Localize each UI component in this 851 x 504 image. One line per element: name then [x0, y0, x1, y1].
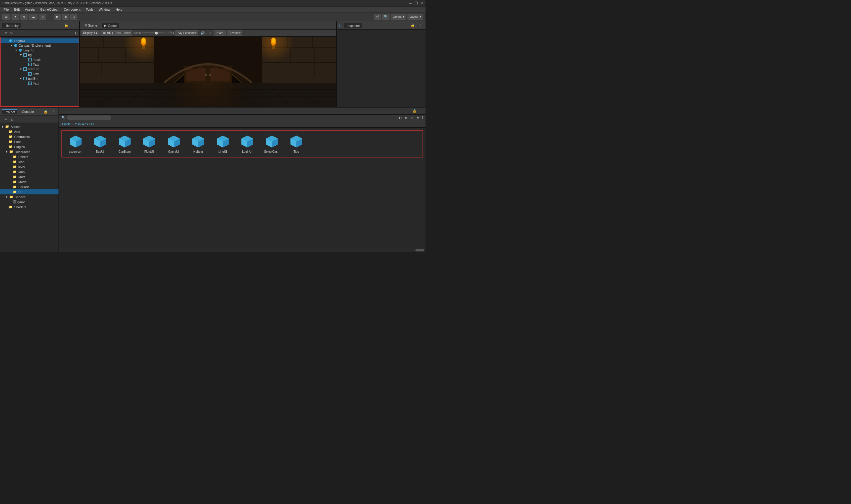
assets-more-icon[interactable]: ⋮: [419, 109, 424, 113]
hierarchy-expand-icon[interactable]: ◧: [74, 31, 77, 35]
breadcrumb-resources[interactable]: Resources: [74, 123, 88, 126]
folder-controllers[interactable]: ▶ 📁 Controllers: [0, 134, 58, 139]
layout-dropdown[interactable]: Layout ▾: [408, 14, 423, 20]
play-button[interactable]: ▶: [54, 14, 61, 20]
folder-resources[interactable]: ▼ 📁 Resources: [0, 149, 58, 154]
account-button[interactable]: ⊕: [20, 14, 28, 20]
inspector-tab[interactable]: Inspector: [344, 23, 362, 28]
search-button[interactable]: 🔍: [382, 14, 390, 20]
assets-lock-icon[interactable]: 🔒: [412, 109, 418, 113]
aspect-ratio-button[interactable]: ⊡: [207, 31, 213, 35]
folder-icon[interactable]: ▶ 📁 Icon: [0, 159, 58, 164]
folder-game-scene[interactable]: ▶ 🎬 game: [0, 199, 58, 204]
inspector-menu-icon[interactable]: ⋮: [417, 23, 423, 28]
scrollbar-thumb[interactable]: [415, 249, 424, 251]
scale-thumb: [155, 32, 158, 35]
menu-edit[interactable]: Edit: [12, 7, 22, 12]
project-add-button[interactable]: +▾: [2, 117, 8, 122]
tree-item-text1[interactable]: T Text: [1, 62, 78, 67]
asset-LoginUI[interactable]: LoginUI: [236, 133, 258, 155]
pause-button[interactable]: ⏸: [62, 14, 69, 20]
asset-LineUI[interactable]: LineUI: [212, 133, 234, 155]
tree-item-mask[interactable]: mask: [1, 57, 78, 62]
folder-model[interactable]: ▶ 📁 Model: [0, 179, 58, 184]
menu-assets[interactable]: Assets: [23, 7, 37, 12]
folder-level[interactable]: ▶ 📁 level: [0, 164, 58, 169]
game-menu-icon[interactable]: ⋮: [328, 23, 334, 28]
scene-tab[interactable]: ⊞ Scene: [82, 23, 99, 28]
menu-help[interactable]: Help: [113, 7, 125, 12]
menu-window[interactable]: Window: [96, 7, 113, 12]
tree-item-text3[interactable]: T Text: [1, 81, 78, 86]
folder-effects[interactable]: ▶ 📁 Effects: [0, 154, 58, 159]
hierarchy-lock-icon[interactable]: 🔒: [63, 23, 70, 28]
scale-track[interactable]: [142, 33, 165, 33]
folder-map[interactable]: ▶ 📁 Map: [0, 169, 58, 174]
asset-actionIcon[interactable]: actionIcon: [65, 133, 87, 155]
project-tab[interactable]: Project: [2, 109, 17, 114]
tree-item-canvas[interactable]: ▼ Canvas (Environment): [1, 43, 78, 48]
hand-tool-button[interactable]: ☰: [2, 14, 10, 20]
close-button[interactable]: ✕: [420, 1, 423, 5]
assets-filter-btn-1[interactable]: ◧: [398, 115, 402, 120]
menu-tools[interactable]: Tools: [83, 7, 96, 12]
tree-item-loginui-child[interactable]: ▼ LoginUI: [1, 48, 78, 53]
assets-filter-btn-2[interactable]: ◉: [404, 115, 409, 120]
collab-button[interactable]: ⊙: [39, 14, 47, 20]
asset-FightUI[interactable]: FightUI: [138, 133, 160, 155]
maximize-button[interactable]: ❐: [415, 1, 418, 5]
asset-CardItem[interactable]: CardItem: [113, 133, 135, 155]
gizmos-dropdown[interactable]: Gizmos ▾: [227, 31, 242, 36]
folder-scenes[interactable]: ▼ 📁 Scenes: [0, 194, 58, 199]
folder-assets[interactable]: ▼ 📁 Assets: [0, 124, 58, 129]
assets-search-input[interactable]: [67, 115, 111, 120]
project-up-button[interactable]: ▴: [10, 117, 14, 122]
assets-filter-btn-3[interactable]: ☆: [410, 115, 414, 120]
asset-Tips[interactable]: Tips: [285, 133, 307, 155]
folder-ui[interactable]: ▶ 📁 UI: [0, 190, 58, 194]
hierarchy-add-button[interactable]: +▾: [2, 31, 8, 36]
breadcrumb-ui[interactable]: UI: [91, 123, 94, 126]
tree-item-quitbtn[interactable]: ▼ quitBtn: [1, 76, 78, 81]
play-focused-dropdown[interactable]: Play Focused ▾: [175, 31, 198, 36]
console-tab[interactable]: Console: [19, 109, 36, 114]
folder-sounds[interactable]: ▶ 📁 Sounds: [0, 184, 58, 190]
minimize-button[interactable]: —: [409, 1, 412, 5]
step-button[interactable]: ⏭: [70, 14, 77, 20]
history-button[interactable]: ↺: [374, 14, 381, 20]
layers-dropdown[interactable]: Layers ▾: [391, 14, 406, 20]
audio-button[interactable]: 🔊: [199, 31, 206, 36]
asset-BagUI[interactable]: BagUI: [89, 133, 111, 155]
folder-arts[interactable]: ▶ 📁 Arts: [0, 129, 58, 134]
project-lock-icon[interactable]: 🔒: [42, 109, 49, 114]
move-tool-button[interactable]: ✦: [12, 14, 19, 20]
cloud-button[interactable]: ☁: [29, 14, 38, 20]
assets-filter-btn-4[interactable]: ★: [415, 115, 420, 120]
resolution-dropdown[interactable]: Full HD (1920x1080) ▾: [100, 31, 132, 36]
game-tab[interactable]: ▶ Game: [102, 23, 119, 28]
tree-item-text2[interactable]: T Text: [1, 72, 78, 76]
folder-arrow-arts: ▶: [5, 130, 7, 133]
folder-font[interactable]: ▶ 📁 Font: [0, 139, 58, 144]
menu-component[interactable]: Component: [61, 7, 83, 12]
asset-GameUI[interactable]: GameUI: [163, 133, 185, 155]
inspector-lock-icon[interactable]: 🔒: [409, 23, 416, 28]
tree-item-loginui-root[interactable]: LoginUI: [1, 38, 78, 43]
tree-item-startbtn[interactable]: ▼ startBtn: [1, 67, 78, 72]
play-controls: ▶ ⏸ ⏭: [54, 14, 77, 20]
folder-mats[interactable]: ▶ 📁 Mats: [0, 174, 58, 179]
hierarchy-tab[interactable]: Hierarchy: [2, 23, 21, 28]
text-icon-3: T: [28, 81, 32, 85]
hierarchy-menu-icon[interactable]: ⋮: [71, 23, 77, 28]
folder-plugins[interactable]: ▶ 📁 Plugins: [0, 144, 58, 149]
asset-SelectCar[interactable]: SelectCar...: [260, 133, 283, 155]
tree-item-bg[interactable]: ▼ bg: [1, 53, 78, 57]
stats-button[interactable]: Stats: [214, 31, 226, 36]
display-dropdown[interactable]: Display 1 ▾: [82, 31, 99, 36]
menu-gameobject[interactable]: GameObject: [38, 7, 61, 12]
project-menu-icon[interactable]: ⋮: [50, 109, 56, 114]
menu-file[interactable]: File: [1, 7, 11, 12]
breadcrumb-assets[interactable]: Assets: [61, 123, 70, 126]
folder-shaders[interactable]: ▶ 📁 Shaders: [0, 204, 58, 210]
asset-HpItem[interactable]: HpItem: [187, 133, 209, 155]
